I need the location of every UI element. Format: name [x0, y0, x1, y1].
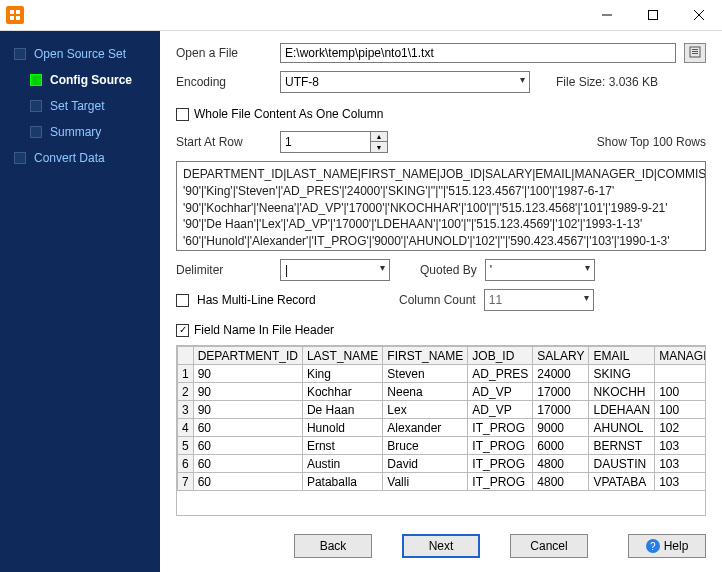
table-cell[interactable]: 6000 [533, 437, 589, 455]
table-cell[interactable]: 4800 [533, 473, 589, 491]
table-cell[interactable]: Alexander [383, 419, 468, 437]
table-cell[interactable]: DAUSTIN [589, 455, 655, 473]
whole-file-label: Whole File Content As One Column [194, 107, 383, 121]
whole-file-checkbox[interactable] [176, 108, 189, 121]
table-cell[interactable]: NKOCHH [589, 383, 655, 401]
start-row-label: Start At Row [176, 135, 272, 149]
col-header[interactable]: MANAGER_ID [655, 347, 706, 365]
table-cell[interactable]: AHUNOL [589, 419, 655, 437]
cancel-button[interactable]: Cancel [510, 534, 588, 558]
help-button[interactable]: ? Help [628, 534, 706, 558]
table-row[interactable]: 390De HaanLexAD_VP17000LDEHAAN100 [178, 401, 707, 419]
maximize-button[interactable] [630, 0, 676, 30]
table-cell[interactable]: Austin [302, 455, 382, 473]
table-cell[interactable]: 24000 [533, 365, 589, 383]
table-cell[interactable]: 90 [193, 365, 302, 383]
start-row-spinner[interactable]: ▲▼ [280, 131, 388, 153]
table-cell[interactable]: LDEHAAN [589, 401, 655, 419]
fieldname-checkbox[interactable] [176, 324, 189, 337]
quoted-select[interactable]: ' [485, 259, 595, 281]
step-icon [14, 48, 26, 60]
data-table-wrap[interactable]: DEPARTMENT_IDLAST_NAMEFIRST_NAMEJOB_IDSA… [176, 345, 706, 516]
table-row[interactable]: 760PataballaValliIT_PROG4800VPATABA103 [178, 473, 707, 491]
table-cell[interactable]: 103 [655, 455, 706, 473]
table-row[interactable]: 460HunoldAlexanderIT_PROG9000AHUNOL102 [178, 419, 707, 437]
table-cell[interactable]: 60 [193, 455, 302, 473]
table-cell[interactable]: 100 [655, 383, 706, 401]
table-cell[interactable]: 60 [193, 437, 302, 455]
sidebar-item-open-source-set[interactable]: Open Source Set [0, 41, 160, 67]
encoding-select[interactable]: UTF-8 [280, 71, 530, 93]
table-cell[interactable]: BERNST [589, 437, 655, 455]
next-button[interactable]: Next [402, 534, 480, 558]
table-cell[interactable]: 102 [655, 419, 706, 437]
table-cell[interactable]: AD_VP [468, 401, 533, 419]
table-row[interactable]: 190KingStevenAD_PRES24000SKING [178, 365, 707, 383]
table-cell[interactable]: 60 [193, 419, 302, 437]
table-cell[interactable]: 9000 [533, 419, 589, 437]
close-button[interactable] [676, 0, 722, 30]
minimize-button[interactable] [584, 0, 630, 30]
table-cell[interactable]: 103 [655, 437, 706, 455]
start-row-input[interactable] [280, 131, 370, 153]
table-cell[interactable]: Pataballa [302, 473, 382, 491]
table-cell[interactable]: Bruce [383, 437, 468, 455]
sidebar-item-config-source[interactable]: Config Source [0, 67, 160, 93]
table-cell[interactable]: Kochhar [302, 383, 382, 401]
table-cell[interactable]: 90 [193, 401, 302, 419]
sidebar-item-summary[interactable]: Summary [0, 119, 160, 145]
table-cell[interactable]: Ernst [302, 437, 382, 455]
table-cell[interactable]: Valli [383, 473, 468, 491]
table-row[interactable]: 560ErnstBruceIT_PROG6000BERNST103 [178, 437, 707, 455]
table-cell[interactable]: 100 [655, 401, 706, 419]
col-header[interactable]: SALARY [533, 347, 589, 365]
back-button[interactable]: Back [294, 534, 372, 558]
fieldname-label: Field Name In File Header [194, 323, 334, 337]
table-cell[interactable]: Hunold [302, 419, 382, 437]
table-cell[interactable]: IT_PROG [468, 455, 533, 473]
col-header[interactable]: LAST_NAME [302, 347, 382, 365]
spinner-down-icon[interactable]: ▼ [371, 142, 387, 152]
spinner-up-icon[interactable]: ▲ [371, 132, 387, 142]
rownum-cell: 6 [178, 455, 194, 473]
multiline-checkbox[interactable] [176, 294, 189, 307]
delimiter-select[interactable]: | [280, 259, 390, 281]
table-cell[interactable]: 103 [655, 473, 706, 491]
table-cell[interactable]: Lex [383, 401, 468, 419]
table-cell[interactable]: 4800 [533, 455, 589, 473]
col-header[interactable]: DEPARTMENT_ID [193, 347, 302, 365]
table-cell[interactable]: David [383, 455, 468, 473]
sidebar-item-label: Set Target [50, 99, 104, 113]
table-cell[interactable]: Steven [383, 365, 468, 383]
sidebar-item-convert-data[interactable]: Convert Data [0, 145, 160, 171]
table-row[interactable]: 660AustinDavidIT_PROG4800DAUSTIN103 [178, 455, 707, 473]
col-header[interactable]: JOB_ID [468, 347, 533, 365]
delimiter-label: Delimiter [176, 263, 272, 277]
table-cell[interactable] [655, 365, 706, 383]
table-cell[interactable]: AD_PRES [468, 365, 533, 383]
raw-preview[interactable]: DEPARTMENT_ID|LAST_NAME|FIRST_NAME|JOB_I… [176, 161, 706, 251]
file-path-input[interactable] [280, 43, 676, 63]
browse-button[interactable] [684, 43, 706, 63]
show-top-label: Show Top 100 Rows [597, 135, 706, 149]
table-row[interactable]: 290KochharNeenaAD_VP17000NKOCHH100 [178, 383, 707, 401]
table-cell[interactable]: 17000 [533, 383, 589, 401]
app-icon [6, 6, 24, 24]
table-cell[interactable]: De Haan [302, 401, 382, 419]
table-cell[interactable]: IT_PROG [468, 437, 533, 455]
table-cell[interactable]: 17000 [533, 401, 589, 419]
sidebar-item-set-target[interactable]: Set Target [0, 93, 160, 119]
content-panel: Open a File Encoding UTF-8 File Size: 3.… [160, 31, 722, 572]
col-header[interactable]: EMAIL [589, 347, 655, 365]
table-cell[interactable]: Neena [383, 383, 468, 401]
table-cell[interactable]: AD_VP [468, 383, 533, 401]
table-cell[interactable]: VPATABA [589, 473, 655, 491]
table-cell[interactable]: IT_PROG [468, 419, 533, 437]
table-cell[interactable]: SKING [589, 365, 655, 383]
table-cell[interactable]: King [302, 365, 382, 383]
table-cell[interactable]: 90 [193, 383, 302, 401]
table-cell[interactable]: 60 [193, 473, 302, 491]
table-cell[interactable]: IT_PROG [468, 473, 533, 491]
col-header[interactable]: FIRST_NAME [383, 347, 468, 365]
colcount-select[interactable]: 11 [484, 289, 594, 311]
